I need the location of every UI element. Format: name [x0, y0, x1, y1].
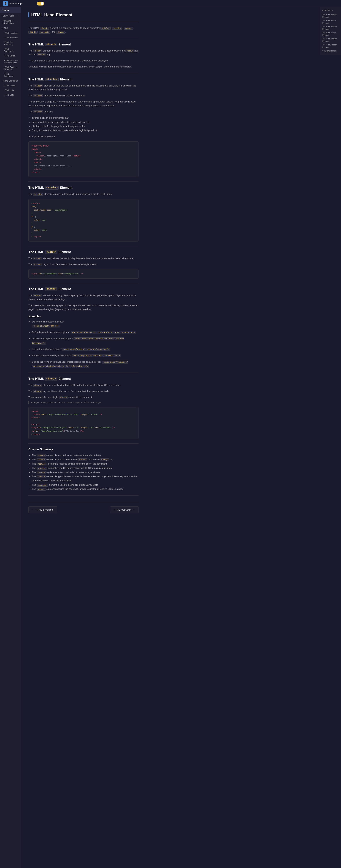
chevron-down-icon: ˅: [18, 27, 19, 29]
list-item: So, try to make the title as accurate an…: [32, 128, 138, 132]
meta-desc-code: <meta name="description" content="Free W…: [32, 337, 124, 344]
list-item: Setting the viewport to make your websit…: [32, 360, 138, 368]
sidebar-group-html-elements[interactable]: HTML Elements ˅: [0, 78, 21, 83]
title-p3: The contents of a page title is very imp…: [28, 100, 138, 107]
divider: [28, 38, 138, 38]
link-inline: <link>: [33, 257, 42, 260]
list-item: Refresh document every 30 seconds:* <met…: [32, 353, 138, 358]
title-code-intro: A simple HTML document:: [28, 134, 138, 138]
sidebar-item-js[interactable]: Javascript - Introduction ›: [0, 18, 21, 26]
base-code-block: <head> <base href="https://www.w3schools…: [28, 407, 138, 439]
list-item: Define a description of your web page: *…: [32, 337, 138, 345]
section-title-heading: The HTML <title> Element: [28, 78, 138, 81]
section-meta-heading: The HTML <meta> Element: [28, 287, 138, 291]
main-content: HTML Head Element The HTML <head> elemen…: [21, 7, 146, 868]
title-inline: <title>: [33, 85, 43, 87]
list-item: displays a title for the page in search …: [32, 124, 138, 128]
sidebar-group-html[interactable]: HTML ˅: [0, 26, 21, 31]
sidebar-item-html-links[interactable]: HTML Links: [0, 93, 21, 97]
list-item: Define the character set used:* <meta ch…: [32, 320, 138, 328]
section-base-heading: The HTML <base> Element: [28, 377, 138, 381]
sidebar: Learn Learn Kotlin › Javascript - Introd…: [0, 7, 21, 868]
meta-tag-code: <meta>: [45, 287, 57, 291]
chapter-summary-heading: Chapter Summary: [28, 448, 138, 451]
nav-footer: ← HTML id Attribute HTML JavaScript →: [28, 503, 138, 513]
intro-text: The HTML <head> element is a container f…: [28, 26, 138, 34]
toc-item-title[interactable]: The HTML <title> Element: [322, 19, 339, 25]
link-tag-code: <link>: [45, 250, 57, 254]
link-inline: <link>: [33, 263, 42, 266]
sidebar-item-kotlin[interactable]: Learn Kotlin ›: [0, 13, 21, 18]
sidebar-item-html-block[interactable]: HTML Block and Inline Elements: [0, 58, 21, 65]
list-item: The <base> element specifies the base UR…: [32, 487, 138, 491]
head-p3: Metadata typically define the document t…: [28, 65, 138, 69]
prev-nav-label: HTML id Attribute: [36, 508, 54, 511]
base-inline: <base>: [56, 31, 65, 34]
meta-p1: The <meta> element is typically used to …: [28, 293, 138, 301]
sidebar-item-html-quotation[interactable]: HTML Quotation Elements: [0, 65, 21, 71]
divider: [28, 246, 138, 246]
toc-item-link[interactable]: The HTML <link> Element: [322, 31, 339, 37]
meta-examples-list4: Define the author of a page:* <meta name…: [28, 347, 138, 351]
theme-toggle[interactable]: [37, 2, 44, 5]
list-item: The <meta> element is typically used to …: [32, 474, 138, 483]
script-inline: <script>: [39, 31, 51, 34]
sidebar-item-js-label: Javascript - Introduction: [2, 20, 18, 25]
toc-item-base[interactable]: The HTML <base> Element: [322, 43, 339, 49]
logo-text: Savimo Apps: [9, 2, 23, 5]
meta-viewport-code: <meta name="viewport" content="width=dev…: [32, 361, 128, 368]
sidebar-learn-header: Learn: [0, 7, 21, 13]
body-inline: <body>: [37, 54, 46, 56]
toc-item-head[interactable]: The HTML <head> Element: [322, 13, 339, 19]
sidebar-item-kotlin-label: Learn Kotlin: [2, 14, 14, 17]
sidebar-item-html-text-formatting[interactable]: HTML Text Formatting: [0, 40, 21, 47]
title-tag-code: <title>: [45, 78, 59, 81]
sidebar-item-html-colors[interactable]: HTML Colors: [0, 83, 21, 88]
base-p1: The <base> element specifies the base UR…: [28, 383, 138, 387]
meta-examples-list3: Define a description of your web page: *…: [28, 337, 138, 345]
title-p4: The <title> element:: [28, 110, 138, 114]
list-item: Define the author of a page:* <meta name…: [32, 347, 138, 351]
head-p2: HTML metadata is data about the HTML doc…: [28, 59, 138, 63]
html-inline: <html>: [125, 50, 135, 52]
head-tag-code: <head>: [45, 42, 57, 46]
list-item: The <link> tag is most often used to lin…: [32, 470, 138, 474]
next-nav-button[interactable]: HTML JavaScript →: [110, 506, 138, 513]
head-inline: <head>: [33, 50, 42, 52]
sidebar-item-html-lists[interactable]: HTML Lists: [0, 88, 21, 93]
link-code-block: <link rel="stylesheet" href="mystyle.css…: [28, 269, 138, 279]
style-inline: <style>: [112, 27, 122, 30]
list-item: defines a title in the browser toolbar: [32, 116, 138, 120]
sidebar-item-html-headings[interactable]: HTML Headings: [0, 31, 21, 35]
meta-charset-code: <meta charset="UTF-8">: [32, 324, 60, 328]
title-inline: <title>: [33, 111, 43, 113]
prev-nav-button[interactable]: ← HTML id Attribute: [28, 506, 57, 513]
meta-examples-list6: Setting the viewport to make your websit…: [28, 360, 138, 368]
chevron-right-icon: ›: [18, 15, 19, 17]
meta-author-code: <meta name="author" content="John Doe">: [62, 348, 110, 351]
sidebar-group-html-label: HTML: [2, 27, 8, 29]
sidebar-item-html-attributes[interactable]: HTML Attributes: [0, 35, 21, 40]
title-code-block: <!DOCTYPE html> <html> <head> <title>A M…: [28, 141, 138, 177]
toc-item-summary[interactable]: Chapter Summary: [322, 49, 339, 53]
sidebar-item-html-paragraphs[interactable]: HTML Paragraphs: [0, 47, 21, 54]
chevron-right-icon: ›: [18, 21, 19, 23]
meta-inline: <meta>: [124, 27, 133, 30]
next-arrow-icon: →: [133, 508, 135, 511]
page-title: HTML Head Element: [28, 12, 138, 18]
toc-title: CONTENTS: [322, 9, 339, 11]
sidebar-item-html-comments[interactable]: HTML Comments: [0, 71, 21, 78]
section-head-heading: The HTML <head> Element: [28, 42, 138, 46]
style-tag-code: <style>: [45, 186, 59, 190]
sidebar-item-html-styles[interactable]: HTML Styles: [0, 54, 21, 58]
base-inline: <base>: [33, 390, 42, 393]
title-p2: The <title> element is required in HTML …: [28, 94, 138, 98]
toc-item-meta[interactable]: The HTML <meta> Element: [322, 37, 339, 43]
base-note: Example: Specify a default URL and a def…: [28, 401, 138, 404]
title-p1: The <title> element defines the title of…: [28, 84, 138, 92]
meta-examples-list5: Refresh document every 30 seconds:* <met…: [28, 353, 138, 358]
section-style-heading: The HTML <style> Element: [28, 186, 138, 190]
toc-item-style[interactable]: The HTML <style> Element: [322, 25, 339, 31]
top-header: 📱 Savimo Apps: [0, 0, 341, 7]
style-p1: The <style> element is used to define st…: [28, 192, 138, 196]
